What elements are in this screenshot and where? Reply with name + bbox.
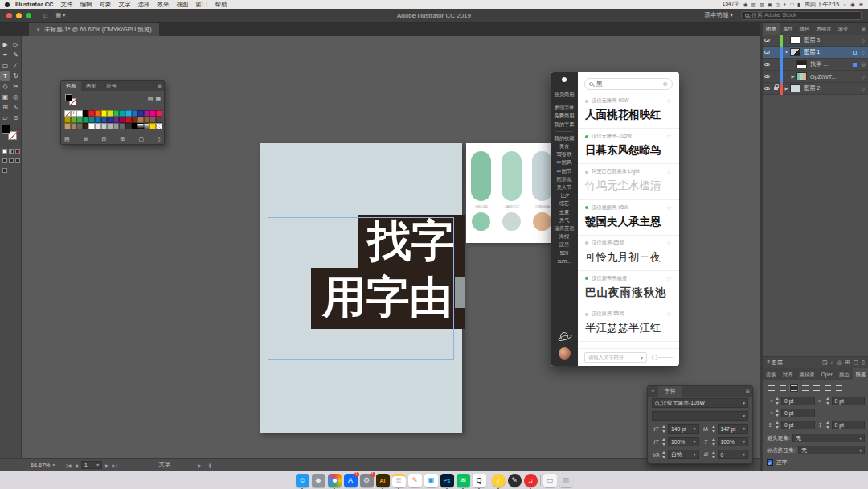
finder-icon[interactable]: ☺ (296, 474, 309, 487)
panel-tab[interactable]: 描边 (836, 368, 853, 380)
swatch[interactable] (132, 110, 138, 117)
target-circle-icon[interactable]: ○ (858, 38, 868, 43)
screen-mode-button[interactable] (2, 168, 7, 173)
font-entry[interactable]: 汉仪新蒂黑板报 ☆ 巴山夜雨涨秋池 (578, 271, 679, 306)
swatch[interactable] (149, 110, 156, 117)
edit-toolbar-button[interactable]: ··· (5, 179, 14, 187)
keynote-icon[interactable]: ▣ (424, 474, 438, 487)
menubar-status-icon[interactable]: ▥ (760, 2, 764, 8)
swatch[interactable] (132, 123, 138, 129)
vertical-scale-field[interactable]: 100%▾ (668, 437, 699, 446)
panel-tab[interactable]: Oper (818, 368, 836, 380)
panel-tab[interactable]: 对齐 (780, 368, 796, 380)
character-panel-tab[interactable]: 字符 (658, 386, 682, 397)
layer-name[interactable]: 图层 3 (804, 36, 858, 44)
expand-chevron-icon[interactable]: ▼ (783, 50, 790, 55)
target-circle-icon[interactable]: ○ (858, 86, 868, 92)
shaper-tool[interactable]: ◇ (0, 81, 10, 92)
none-button[interactable] (15, 149, 20, 154)
swatch[interactable] (144, 117, 150, 123)
visibility-toggle[interactable] (763, 35, 772, 47)
app-store-icon[interactable]: A 1 (344, 474, 358, 487)
swatch[interactable] (101, 123, 108, 129)
draw-behind-button[interactable] (9, 158, 14, 163)
dock-app[interactable] (540, 475, 541, 486)
font-entry[interactable]: 汉仪元隆黑-105W ☆ 日暮东风怨啼鸟 (578, 129, 679, 164)
dock-app[interactable] (489, 475, 489, 486)
app-menu[interactable]: Illustrator CC (15, 1, 54, 8)
target-circle-icon[interactable]: ◎ (858, 61, 868, 68)
swatch[interactable] (119, 117, 125, 123)
menubar-tail-icon[interactable]: ≣ (859, 2, 863, 8)
panel-tab[interactable]: 透明度 (813, 23, 834, 35)
favorite-star-icon[interactable]: ☆ (666, 310, 672, 318)
font-entry[interactable]: 汉仪元隆黑-90W ☆ 人面桃花相映红 (578, 93, 679, 129)
slider-knob[interactable] (652, 355, 657, 360)
swatch[interactable] (83, 123, 89, 129)
space-after-field[interactable]: 0 pt (832, 421, 866, 429)
menubar-status-icon[interactable]: + (784, 2, 787, 8)
swatch[interactable] (88, 123, 95, 129)
text-selection-bounds[interactable] (268, 217, 454, 360)
menubar-status-icon[interactable]: ▮ (797, 2, 800, 8)
menubar-clock[interactable]: 周四 下午2:15 (805, 1, 840, 9)
swatch[interactable] (64, 123, 71, 129)
lock-toggle[interactable] (772, 35, 780, 47)
last-artboard-button[interactable]: ▶| (113, 462, 117, 468)
swatch[interactable] (156, 123, 162, 129)
menu-item[interactable]: 文件 (61, 1, 73, 9)
user-avatar[interactable] (559, 347, 571, 360)
stepper[interactable] (826, 421, 830, 429)
panel-menu-icon[interactable]: ≣ (157, 83, 162, 89)
locate-object-icon[interactable]: ⌕ (831, 360, 834, 366)
swatch[interactable] (113, 117, 120, 123)
favorite-star-icon[interactable]: ☆ (666, 204, 672, 212)
swatch[interactable] (71, 123, 77, 129)
visibility-toggle[interactable] (763, 59, 772, 71)
font-sidebar-item[interactable]: 汉呈 (559, 240, 570, 249)
expand-chevron-icon[interactable]: ▶ (789, 74, 796, 79)
font-sidebar-item[interactable]: 秀气 (559, 216, 570, 224)
new-color-group-icon[interactable]: ⊞ (121, 136, 125, 142)
swatch[interactable] (156, 110, 162, 117)
collect-for-export-icon[interactable]: ◳ (822, 360, 828, 366)
minimize-window-button[interactable] (16, 13, 22, 18)
font-entry[interactable]: 阿里巴巴普惠体 Light ☆ 竹坞无尘水槛清 (578, 164, 679, 199)
swatch[interactable] (101, 110, 108, 117)
font-sidebar-item[interactable]: 瑞典英语 (554, 224, 574, 232)
swatches-panel-tab[interactable]: 符号 (101, 81, 121, 91)
font-sample-text[interactable]: 虢国夫人承主恩 (585, 215, 672, 229)
zoom-level-select[interactable]: 66.67% ▾ (31, 462, 55, 469)
font-sidebar-item[interactable] (555, 101, 573, 101)
discover-planet-icon[interactable] (560, 332, 568, 340)
illustrator-icon[interactable]: Ai (376, 474, 390, 487)
font-sidebar-item[interactable]: 美人节 (557, 183, 572, 191)
workspace-switcher[interactable]: 基本功能 ▾ (704, 11, 733, 19)
swatch[interactable] (113, 110, 120, 117)
menu-item[interactable]: 对象 (100, 1, 112, 9)
swatch[interactable] (95, 117, 101, 123)
font-sidebar-item[interactable]: 520 (560, 249, 569, 257)
layer-row[interactable]: ▶ OpZtWT... ○ (763, 71, 868, 83)
font-sidebar-item[interactable]: 免费商用 (554, 112, 574, 120)
swatch[interactable] (125, 117, 132, 123)
font-sidebar-item[interactable] (555, 131, 573, 132)
delete-swatch-icon[interactable]: ▯ (158, 136, 161, 142)
font-sidebar-item[interactable]: 中国风 (557, 158, 572, 166)
hyphenate-checkbox[interactable]: ✓ (767, 459, 773, 466)
font-sidebar-item[interactable]: 我的收藏 (554, 134, 574, 142)
fill-swatch[interactable] (2, 125, 10, 134)
swatch[interactable] (76, 123, 83, 129)
stepper[interactable] (826, 397, 830, 405)
layer-row[interactable]: ▶ 图层 2 ○ (763, 83, 868, 95)
launchpad-icon[interactable]: ◆ (312, 474, 326, 487)
font-sidebar-item[interactable]: 七夕 (559, 191, 570, 199)
pen-tool[interactable]: ✒ (0, 50, 10, 60)
make-mask-icon[interactable]: ◎ (837, 360, 842, 366)
target-circle-icon[interactable]: ○ (858, 74, 868, 80)
align-center-button[interactable] (778, 384, 788, 392)
layer-name[interactable]: 图层 2 (804, 84, 858, 92)
symbol-sprayer-tool[interactable]: ⊞ (0, 102, 10, 113)
status-extra-icon[interactable]: ▶ (198, 462, 202, 468)
font-sidebar-item[interactable]: 会员商用 (554, 90, 574, 98)
